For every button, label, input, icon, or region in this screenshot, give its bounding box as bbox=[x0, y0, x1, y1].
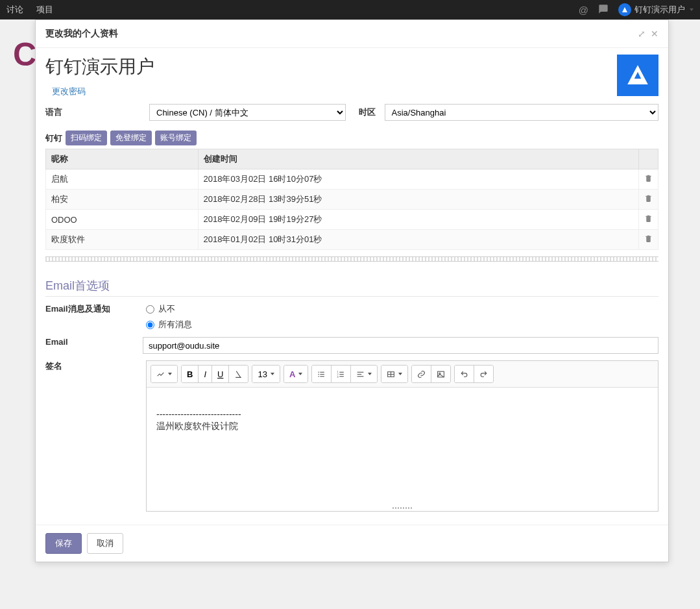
table-row[interactable]: ODOO2018年02月09日 19时19分27秒 bbox=[46, 210, 658, 230]
background-logo-hint: C bbox=[13, 36, 36, 73]
table-resize-bar[interactable] bbox=[45, 256, 658, 262]
timezone-select[interactable]: Asia/Shanghai bbox=[385, 104, 659, 121]
at-icon[interactable]: @ bbox=[579, 5, 588, 16]
svg-rect-13 bbox=[357, 373, 362, 374]
table-row[interactable]: 欧度软件2018年01月02日 10时31分01秒 bbox=[46, 230, 658, 250]
signature-content[interactable]: ---------------------------- 温州欧度软件设计院 bbox=[147, 388, 658, 504]
col-actions bbox=[639, 149, 658, 169]
svg-rect-12 bbox=[357, 371, 364, 372]
svg-rect-5 bbox=[320, 376, 325, 377]
cancel-button[interactable]: 取消 bbox=[87, 533, 123, 554]
edit-profile-modal: 更改我的个人资料 ⤢ ✕ 钉钉演示用户 更改密码 语言 Chinese (CN)… bbox=[35, 19, 669, 562]
underline-button[interactable]: U bbox=[212, 366, 229, 382]
ordered-list-button[interactable]: 123 bbox=[332, 366, 351, 382]
email-notify-label: Email消息及通知 bbox=[45, 303, 146, 315]
table-row[interactable]: 启航2018年03月02日 16时10分07秒 bbox=[46, 169, 658, 190]
close-icon[interactable]: ✕ bbox=[651, 29, 658, 39]
redo-button[interactable] bbox=[474, 366, 493, 382]
chevron-down-icon bbox=[690, 8, 694, 11]
svg-point-2 bbox=[319, 375, 320, 377]
email-field[interactable] bbox=[143, 337, 658, 354]
free-login-bind-button[interactable]: 免登绑定 bbox=[110, 130, 152, 145]
signature-editor: B I U 13 A 123 bbox=[146, 360, 658, 512]
dingtalk-label: 钉钉 bbox=[45, 132, 62, 144]
delete-row-icon[interactable] bbox=[639, 169, 658, 190]
expand-icon[interactable]: ⤢ bbox=[638, 29, 646, 39]
svg-point-0 bbox=[319, 371, 320, 373]
account-bind-button[interactable]: 账号绑定 bbox=[155, 130, 197, 145]
svg-rect-14 bbox=[357, 376, 364, 377]
radio-all-input[interactable] bbox=[146, 321, 154, 329]
email-label: Email bbox=[45, 337, 143, 347]
page-title: 钉钉演示用户 bbox=[45, 55, 154, 79]
user-menu[interactable]: 钉钉演示用户 bbox=[618, 3, 694, 16]
style-dropdown[interactable] bbox=[151, 366, 177, 382]
bold-button[interactable]: B bbox=[182, 366, 199, 382]
delete-row-icon[interactable] bbox=[639, 210, 658, 230]
svg-point-1 bbox=[319, 373, 320, 375]
radio-never[interactable]: 从不 bbox=[146, 303, 192, 315]
save-button[interactable]: 保存 bbox=[45, 533, 82, 554]
editor-resize-handle[interactable] bbox=[147, 504, 658, 511]
align-dropdown[interactable] bbox=[351, 366, 377, 382]
svg-rect-3 bbox=[320, 371, 325, 372]
bindings-table: 昵称 创建时间 启航2018年03月02日 16时10分07秒 柏安2018年0… bbox=[45, 149, 658, 250]
language-select[interactable]: Chinese (CN) / 简体中文 bbox=[149, 104, 346, 121]
radio-never-input[interactable] bbox=[146, 305, 154, 314]
font-color-button[interactable]: A bbox=[284, 366, 308, 382]
clear-format-button[interactable] bbox=[229, 366, 248, 382]
svg-rect-9 bbox=[340, 371, 344, 372]
language-label: 语言 bbox=[45, 106, 143, 118]
signature-label: 签名 bbox=[45, 360, 146, 372]
image-button[interactable] bbox=[431, 366, 450, 382]
delete-row-icon[interactable] bbox=[639, 190, 658, 210]
delete-row-icon[interactable] bbox=[639, 230, 658, 250]
table-row[interactable]: 柏安2018年02月28日 13时39分51秒 bbox=[46, 190, 658, 210]
table-dropdown[interactable] bbox=[381, 366, 407, 382]
avatar[interactable] bbox=[617, 55, 658, 96]
svg-rect-4 bbox=[320, 373, 325, 374]
italic-button[interactable]: I bbox=[199, 366, 212, 382]
svg-rect-10 bbox=[340, 373, 344, 374]
nav-project[interactable]: 项目 bbox=[36, 4, 53, 16]
svg-rect-11 bbox=[340, 376, 344, 377]
col-nickname: 昵称 bbox=[46, 149, 199, 169]
link-button[interactable] bbox=[412, 366, 431, 382]
change-password-link[interactable]: 更改密码 bbox=[52, 86, 86, 96]
modal-title: 更改我的个人资料 bbox=[45, 28, 118, 40]
user-avatar-icon bbox=[618, 3, 631, 16]
unordered-list-button[interactable] bbox=[312, 366, 332, 382]
email-section-title: Email首选项 bbox=[45, 278, 658, 297]
timezone-label: 时区 bbox=[359, 106, 378, 118]
user-menu-name: 钉钉演示用户 bbox=[634, 4, 685, 16]
chat-icon[interactable] bbox=[598, 4, 609, 16]
nav-discuss[interactable]: 讨论 bbox=[6, 4, 23, 16]
svg-text:3: 3 bbox=[337, 375, 339, 378]
top-navbar: 讨论 项目 @ 钉钉演示用户 bbox=[0, 0, 700, 19]
radio-all[interactable]: 所有消息 bbox=[146, 319, 192, 330]
scan-bind-button[interactable]: 扫码绑定 bbox=[66, 130, 107, 145]
undo-button[interactable] bbox=[455, 366, 474, 382]
col-created: 创建时间 bbox=[198, 149, 638, 169]
font-size-dropdown[interactable]: 13 bbox=[252, 366, 279, 382]
